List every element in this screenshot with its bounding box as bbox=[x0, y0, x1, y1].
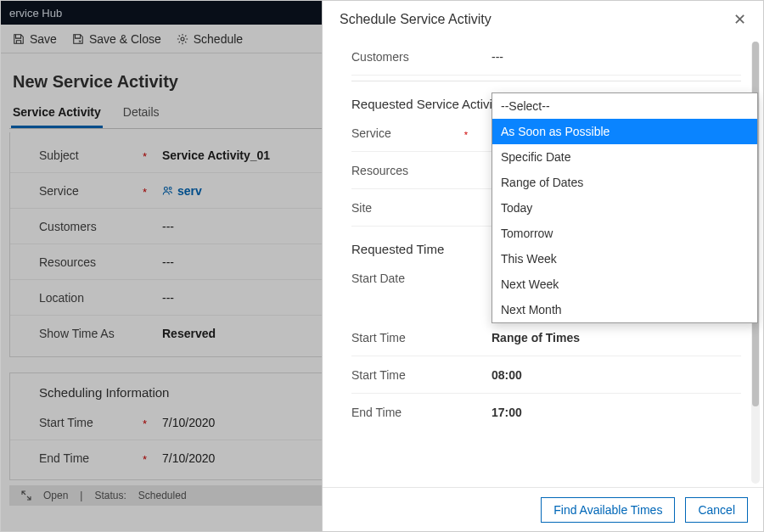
modal-field-start-time-type[interactable]: Start Time Range of Times bbox=[351, 319, 741, 356]
save-button[interactable]: Save bbox=[13, 32, 57, 46]
modal-header: Schedule Service Activity ✕ bbox=[323, 1, 763, 38]
schedule-button[interactable]: Schedule bbox=[177, 32, 243, 46]
end-time-value: 7/10/2020 bbox=[162, 451, 215, 465]
svg-point-2 bbox=[169, 187, 171, 189]
modal-end-time-value: 17:00 bbox=[492, 406, 522, 419]
modal-title: Schedule Service Activity bbox=[340, 12, 492, 27]
save-icon bbox=[13, 33, 25, 45]
end-time-label: End Time bbox=[39, 451, 89, 465]
modal-start-date-label: Start Date bbox=[351, 272, 492, 285]
modal-field-customers[interactable]: Customers --- bbox=[351, 38, 741, 76]
dropdown-placeholder[interactable]: --Select-- bbox=[492, 93, 757, 119]
schedule-modal: Schedule Service Activity ✕ Customers --… bbox=[322, 1, 763, 531]
modal-resources-label: Resources bbox=[351, 164, 492, 177]
dropdown-option[interactable]: This Week bbox=[492, 246, 757, 272]
start-date-dropdown[interactable]: --Select-- As Soon as Possible Specific … bbox=[492, 92, 758, 323]
modal-service-label: Service bbox=[351, 126, 391, 140]
modal-field-end-time[interactable]: End Time 17:00 bbox=[351, 394, 741, 431]
save-label: Save bbox=[30, 32, 57, 46]
customers-label: Customers bbox=[39, 220, 162, 233]
schedule-label: Schedule bbox=[194, 32, 243, 46]
dropdown-option[interactable]: Tomorrow bbox=[492, 221, 757, 246]
required-marker: * bbox=[143, 186, 147, 199]
dropdown-option[interactable]: Today bbox=[492, 195, 757, 221]
tab-details[interactable]: Details bbox=[121, 100, 161, 128]
find-available-times-button[interactable]: Find Available Times bbox=[541, 497, 675, 523]
start-time-value: 7/10/2020 bbox=[162, 416, 215, 429]
save-close-icon bbox=[72, 33, 84, 45]
svg-point-0 bbox=[181, 36, 184, 40]
save-close-button[interactable]: Save & Close bbox=[72, 32, 161, 46]
subject-label: Subject bbox=[39, 148, 79, 162]
expand-icon[interactable] bbox=[21, 490, 31, 501]
status-open: Open bbox=[43, 490, 68, 501]
modal-end-time-label: End Time bbox=[351, 406, 492, 419]
modal-start-time-type-label: Start Time bbox=[351, 331, 492, 344]
dropdown-option[interactable]: Next Month bbox=[492, 297, 757, 322]
people-icon bbox=[162, 185, 174, 197]
service-label: Service bbox=[39, 184, 79, 198]
show-time-as-label: Show Time As bbox=[39, 327, 162, 340]
show-time-as-value: Reserved bbox=[162, 327, 216, 340]
resources-value: --- bbox=[162, 255, 174, 269]
required-marker: * bbox=[143, 417, 147, 430]
required-marker: * bbox=[143, 453, 147, 466]
service-value[interactable]: serv bbox=[162, 184, 202, 198]
status-divider: | bbox=[80, 490, 82, 501]
modal-customers-value: --- bbox=[492, 50, 503, 64]
required-marker: * bbox=[464, 130, 468, 140]
status-value: Scheduled bbox=[138, 490, 187, 501]
cancel-button[interactable]: Cancel bbox=[685, 497, 748, 523]
modal-scroll-area: Customers --- Requested Service Activi S… bbox=[323, 38, 763, 487]
customers-value: --- bbox=[162, 220, 174, 233]
modal-start-time-label: Start Time bbox=[351, 368, 492, 382]
location-label: Location bbox=[39, 291, 162, 305]
app-name: ervice Hub bbox=[9, 7, 62, 20]
modal-footer: Find Available Times Cancel bbox=[323, 487, 763, 531]
required-marker: * bbox=[143, 150, 147, 163]
close-icon[interactable]: ✕ bbox=[733, 12, 746, 27]
save-close-label: Save & Close bbox=[89, 32, 161, 46]
dropdown-option[interactable]: Next Week bbox=[492, 272, 757, 297]
location-value: --- bbox=[162, 291, 174, 305]
modal-start-time-type-value: Range of Times bbox=[492, 331, 580, 344]
status-label: Status: bbox=[94, 490, 126, 501]
svg-point-1 bbox=[164, 187, 167, 190]
modal-field-start-time[interactable]: Start Time 08:00 bbox=[351, 356, 741, 394]
subject-value: Service Activity_01 bbox=[162, 148, 270, 162]
tab-service-activity[interactable]: Service Activity bbox=[11, 100, 103, 128]
start-time-label: Start Time bbox=[39, 416, 93, 429]
gear-icon bbox=[177, 33, 188, 45]
modal-customers-label: Customers bbox=[351, 50, 492, 64]
dropdown-option[interactable]: As Soon as Possible bbox=[492, 119, 757, 144]
divider bbox=[351, 81, 741, 81]
dropdown-option[interactable]: Specific Date bbox=[492, 144, 757, 170]
dropdown-option[interactable]: Range of Dates bbox=[492, 170, 757, 195]
modal-start-time-value: 08:00 bbox=[492, 368, 522, 382]
resources-label: Resources bbox=[39, 255, 162, 269]
modal-site-label: Site bbox=[351, 201, 492, 215]
